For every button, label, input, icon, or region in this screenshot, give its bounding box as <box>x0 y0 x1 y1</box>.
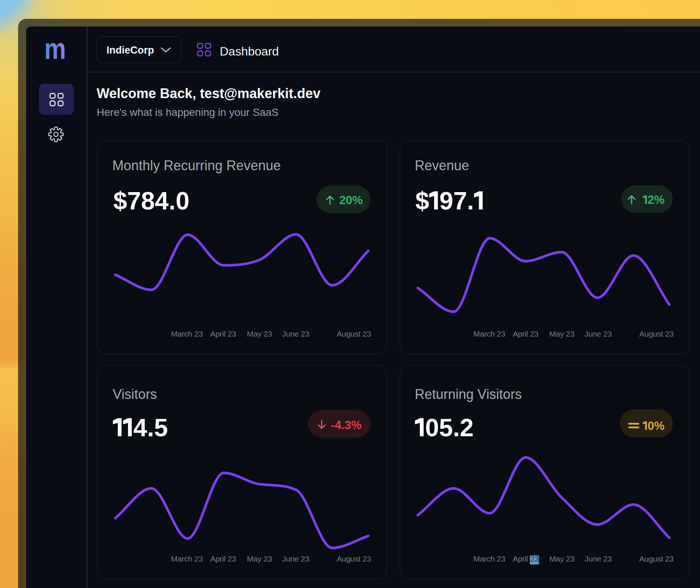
svg-text:Revenue: Revenue <box>415 158 469 173</box>
svg-text:April 23: April 23 <box>210 554 236 563</box>
svg-text:March 23: March 23 <box>473 554 505 563</box>
svg-text:23: 23 <box>530 554 539 563</box>
svg-text:0%: 0% <box>648 419 665 433</box>
svg-text:May 23: May 23 <box>247 329 272 338</box>
svg-text:Here's what is happening in yo: Here's what is happening in your SaaS <box>97 106 279 118</box>
svg-text:97.: 97. <box>439 187 474 215</box>
svg-text:June 23: June 23 <box>584 554 612 563</box>
svg-text:Welcome Back, test@makerkit.de: Welcome Back, test@makerkit.dev <box>97 86 321 101</box>
svg-text:April: April <box>513 554 528 563</box>
svg-text:m: m <box>44 33 66 65</box>
svg-text:Visitors: Visitors <box>113 386 157 402</box>
svg-text:20%: 20% <box>339 194 363 207</box>
svg-text:05.2: 05.2 <box>425 414 473 442</box>
svg-text:May 23: May 23 <box>549 554 574 563</box>
svg-text:August 23: August 23 <box>639 554 674 563</box>
svg-text:4.5: 4.5 <box>133 414 168 442</box>
svg-text:$: $ <box>415 187 429 215</box>
svg-text:April 23: April 23 <box>513 329 538 338</box>
svg-text:June 23: June 23 <box>584 329 612 338</box>
svg-text:Monthly Recurring Revenue: Monthly Recurring Revenue <box>113 158 281 173</box>
svg-text:May 23: May 23 <box>247 554 272 563</box>
svg-text:June 23: June 23 <box>282 554 309 563</box>
svg-text:August 23: August 23 <box>337 554 371 563</box>
svg-text:March 23: March 23 <box>473 329 505 338</box>
svg-text:IndieCorp: IndieCorp <box>106 45 154 56</box>
svg-text:August 23: August 23 <box>337 329 371 338</box>
svg-text:Returning Visitors: Returning Visitors <box>415 386 522 402</box>
svg-text:-4.3%: -4.3% <box>331 419 362 432</box>
svg-text:2%: 2% <box>648 193 665 206</box>
svg-text:Dashboard: Dashboard <box>220 45 279 58</box>
svg-text:May 23: May 23 <box>549 329 574 338</box>
svg-text:March 23: March 23 <box>171 554 203 563</box>
svg-text:$784.0: $784.0 <box>113 187 190 215</box>
svg-text:June 23: June 23 <box>282 329 309 338</box>
svg-text:April 23: April 23 <box>210 329 236 338</box>
svg-text:August 23: August 23 <box>639 329 674 338</box>
svg-text:March 23: March 23 <box>171 329 203 338</box>
